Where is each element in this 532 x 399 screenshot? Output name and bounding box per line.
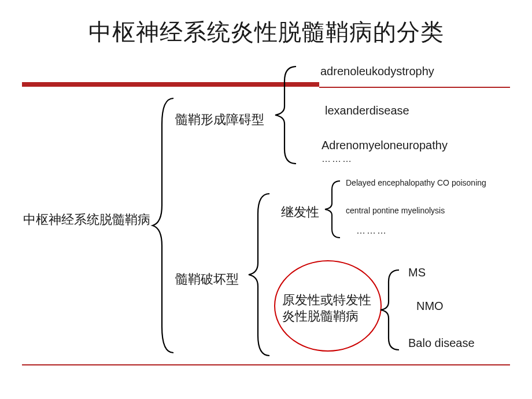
brace-icon [378, 267, 401, 353]
node-demyelination: 髓鞘破坏型 [175, 271, 239, 288]
leaf-dots-2: ……… [356, 226, 387, 236]
brace-icon [323, 178, 342, 241]
leaf-alexander-disease: lexanderdisease [325, 104, 409, 117]
leaf-nmo: NMO [416, 300, 444, 313]
node-dysmyelination: 髓鞘形成障碍型 [175, 111, 264, 128]
leaf-adrenoleukodystrophy: adrenoleukodystrophy [320, 65, 434, 78]
brace-icon [272, 64, 298, 167]
leaf-balo: Balo disease [408, 337, 475, 350]
node-primary-line2: 炎性脱髓鞘病 [282, 308, 359, 325]
title-underline-thick [22, 82, 319, 87]
node-secondary: 继发性 [281, 204, 319, 221]
brace-icon [245, 191, 272, 359]
leaf-dots-1: ……… [322, 154, 353, 164]
leaf-central-pontine: central pontine myelinolysis [346, 206, 445, 216]
leaf-co-poisoning: Delayed encephalopathy CO poisoning [346, 178, 496, 189]
leaf-ms: MS [408, 266, 426, 279]
bottom-rule [22, 364, 510, 365]
page-title: 中枢神经系统炎性脱髓鞘病的分类 [0, 16, 532, 48]
title-underline-thin [319, 87, 510, 88]
node-primary-line1: 原发性或特发性 [282, 291, 371, 309]
node-root: 中枢神经系统脱髓鞘病 [23, 211, 150, 228]
leaf-adrenomyeloneuropathy: Adrenomyeloneuropathy [322, 139, 448, 152]
brace-icon [150, 95, 176, 356]
